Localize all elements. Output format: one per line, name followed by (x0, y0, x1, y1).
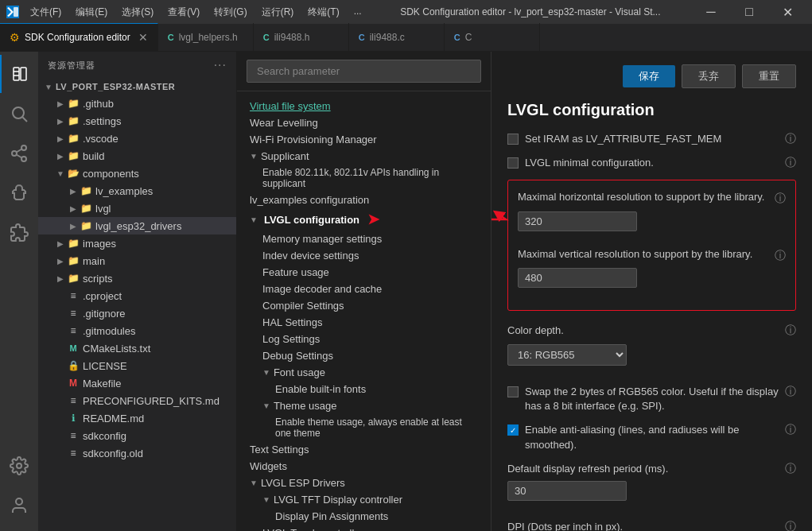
refresh-input[interactable] (507, 481, 627, 501)
activity-extensions[interactable] (0, 214, 38, 252)
save-button[interactable]: 保存 (623, 65, 675, 87)
menu-goto[interactable]: 转到(G) (208, 4, 253, 21)
nav-memory[interactable]: Memory manager settings (237, 231, 491, 247)
nav-virtual-fs[interactable]: Virtual file system (237, 98, 491, 114)
tree-item-license[interactable]: ▶ 🔒 LICENSE (38, 357, 236, 374)
menu-view[interactable]: 查看(V) (161, 4, 206, 21)
tree-item-sdkconfig-old[interactable]: ▶ ≡ sdkconfig.old (38, 444, 236, 462)
search-input[interactable] (247, 60, 481, 83)
h-res-input[interactable] (518, 211, 637, 231)
tab-ili9488-c[interactable]: C ili9488.c (349, 23, 445, 51)
menu-run[interactable]: 运行(R) (255, 4, 301, 21)
nav-builtin-fonts[interactable]: Enable built-in fonts (237, 381, 491, 397)
nav-log[interactable]: Log Settings (237, 331, 491, 347)
menu-select[interactable]: 选择(S) (115, 4, 160, 21)
nav-debug[interactable]: Debug Settings (237, 347, 491, 364)
tree-item-cmake[interactable]: ▶ M CMakeLists.txt (38, 339, 236, 357)
nav-theme-enable[interactable]: Enable theme usage, always enable at lea… (237, 414, 491, 441)
color-depth-info[interactable]: ⓘ (785, 324, 796, 338)
tree-item-preconfigured[interactable]: ▶ ≡ PRECONFIGURED_KITS.md (38, 392, 236, 409)
nav-widgets[interactable]: Widgets (237, 458, 491, 475)
tab-sdk-config[interactable]: ⚙ SDK Configuration editor ✕ (0, 23, 158, 51)
menu-edit[interactable]: 编辑(E) (69, 4, 114, 21)
activity-search[interactable] (0, 95, 38, 133)
lvgl-minimal-checkbox[interactable] (507, 157, 519, 169)
reset-button[interactable]: 重置 (742, 64, 796, 88)
nav-supplicant-enable[interactable]: Enable 802.11k, 802.11v APIs handling in… (237, 165, 491, 192)
tree-item-build[interactable]: ▶ 📁 build (38, 147, 236, 165)
tree-item-settings[interactable]: ▶ 📁 .settings (38, 112, 236, 130)
nav-lv-examples[interactable]: lv_examples configuration (237, 192, 491, 208)
lvgl-minimal-info[interactable]: ⓘ (785, 156, 796, 170)
tree-item-gitmodules[interactable]: ▶ ≡ .gitmodules (38, 322, 236, 339)
nav-wifi-prov[interactable]: Wi-Fi Provisioning Manager (237, 131, 491, 148)
menu-file[interactable]: 文件(F) (24, 4, 68, 21)
tree-item-lvgl-esp32[interactable]: ▶ 📁 lvgl_esp32_drivers (38, 217, 236, 234)
nav-text-settings[interactable]: Text Settings (237, 441, 491, 458)
activity-account[interactable] (0, 486, 38, 525)
nav-touch-controller[interactable]: LVGL Touch controller (237, 525, 491, 531)
tree-item-gitignore[interactable]: ▶ ≡ .gitignore (38, 304, 236, 322)
activity-settings[interactable] (0, 447, 38, 485)
tree-item-images[interactable]: ▶ 📁 images (38, 234, 236, 252)
nav-feature[interactable]: Feature usage (237, 264, 491, 281)
nav-lvgl-esp-drivers[interactable]: ▼ LVGL ESP Drivers (237, 475, 491, 491)
dpi-info[interactable]: ⓘ (785, 520, 796, 531)
tab-ili9488-h[interactable]: C ili9488.h (254, 23, 349, 51)
tree-item-components[interactable]: ▼ 📂 components (38, 165, 236, 182)
ili9488h-icon: C (263, 33, 270, 42)
nav-compiler[interactable]: Compiler Settings (237, 297, 491, 314)
swap-rgb-checkbox[interactable] (507, 386, 519, 397)
tree-item-github[interactable]: ▶ 📁 .github (38, 95, 236, 112)
sidebar-more-button[interactable]: ··· (214, 58, 227, 72)
tree-label: lvgl (95, 203, 111, 215)
nav-indev[interactable]: Indev device settings (237, 247, 491, 264)
nav-lvgl-config[interactable]: ▼ LVGL configuration ➤ (237, 208, 491, 231)
tree-item-sdkconfig[interactable]: ▶ ≡ sdkconfig (38, 427, 236, 444)
nav-wear-levelling[interactable]: Wear Levelling (237, 114, 491, 131)
tree-item-lv-examples[interactable]: ▶ 📁 lv_examples (38, 182, 236, 200)
v-res-input[interactable] (518, 268, 637, 288)
tree-item-cproject[interactable]: ▶ ≡ .cproject (38, 287, 236, 304)
activity-git[interactable] (0, 134, 38, 172)
tree-item-scripts[interactable]: ▶ 📁 scripts (38, 269, 236, 287)
nav-hal[interactable]: HAL Settings (237, 314, 491, 331)
set-iram-info[interactable]: ⓘ (785, 132, 796, 146)
nav-theme-usage[interactable]: ▼ Theme usage (237, 397, 491, 414)
color-depth-select[interactable]: 1: 1 byte/px 8: 8 bit/px 16: RGB565 32: … (507, 344, 627, 366)
tab-lvgl-helpers[interactable]: C lvgl_helpers.h (158, 23, 254, 51)
nav-supplicant[interactable]: ▼ Supplicant (237, 148, 491, 165)
chevron-icon: ▶ (54, 237, 67, 250)
maximize-button[interactable]: □ (731, 0, 767, 24)
tree-item-vscode[interactable]: ▶ 📁 .vscode (38, 130, 236, 147)
activity-debug[interactable] (0, 174, 38, 212)
minimize-button[interactable]: ─ (693, 0, 729, 24)
menu-more[interactable]: ... (348, 4, 368, 21)
nav-tft-display[interactable]: ▼ LVGL TFT Display controller (237, 491, 491, 508)
swap-rgb-info[interactable]: ⓘ (785, 385, 796, 399)
tree-item-makefile[interactable]: ▶ M Makefile (38, 374, 236, 392)
nav-font-usage[interactable]: ▼ Font usage (237, 364, 491, 381)
dpi-desc: DPI (Dots per inch in px). (507, 520, 780, 531)
lvgl-minimal-label: LVGL minimal configuration. (525, 156, 779, 170)
root-folder[interactable]: ▼ LV_PORT_ESP32-MASTER (38, 79, 236, 95)
v-res-info[interactable]: ⓘ (775, 249, 786, 263)
folder-icon: 📁 (67, 254, 80, 267)
refresh-info[interactable]: ⓘ (785, 462, 796, 476)
tree-item-main[interactable]: ▶ 📁 main (38, 252, 236, 269)
h-res-info[interactable]: ⓘ (775, 192, 786, 206)
tree-item-readme[interactable]: ▶ ℹ README.md (38, 409, 236, 427)
tab-sdk-close[interactable]: ✕ (138, 31, 148, 44)
nav-display-pin[interactable]: Display Pin Assignments (237, 508, 491, 525)
tab-ili9488h-label: ili9488.h (274, 32, 310, 43)
set-iram-checkbox[interactable] (507, 134, 519, 145)
menu-terminal[interactable]: 终端(T) (301, 4, 345, 21)
nav-image-decoder[interactable]: Image decoder and cache (237, 281, 491, 297)
discard-button[interactable]: 丢弃 (682, 64, 736, 88)
tree-item-lvgl[interactable]: ▶ 📁 lvgl (38, 200, 236, 217)
tab-c[interactable]: C C (445, 23, 540, 51)
anti-alias-info[interactable]: ⓘ (785, 423, 796, 437)
close-button[interactable]: ✕ (769, 0, 806, 24)
anti-alias-checkbox[interactable] (507, 424, 519, 436)
activity-explorer[interactable] (0, 55, 38, 93)
